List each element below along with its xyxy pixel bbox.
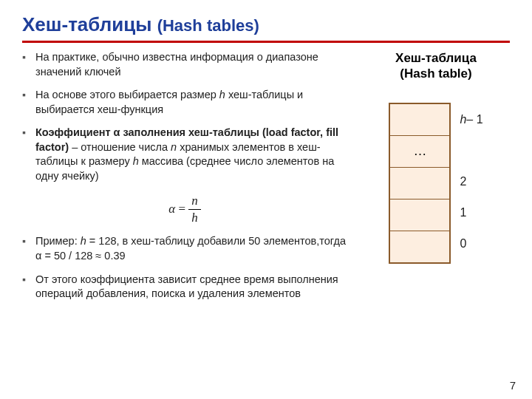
bullet-3-h2: h [133,155,139,167]
hashtable-cells: … [389,103,451,264]
ht-label-blank [460,135,482,166]
ht-cell-0 [390,231,449,262]
bullet-3-n: n [171,141,177,153]
title-main: Хеш-таблицы [22,13,157,35]
formula-den: h [188,210,201,227]
ht-label-1-text: 1 [460,206,466,219]
formula-fraction: nh [188,193,201,228]
bullet-4: Пример: h = 128, в хеш-таблицу добавили … [22,234,347,263]
title-rule [22,41,510,43]
content-area: На практике, обычно известна информация … [22,50,510,310]
ht-cell-1 [390,199,449,231]
ht-label-0-text: 0 [460,237,466,250]
hashtable-labels: h – 1 2 1 0 [451,103,482,259]
formula-num: n [188,193,201,211]
ht-label-h: h [460,113,466,126]
bullet-2: На основе этого выбирается размер h хеш-… [22,88,347,117]
bullet-3-alpha: α [114,126,120,138]
ht-label-2-text: 2 [460,175,466,188]
bullet-2-a: На основе этого выбирается размер [35,89,219,100]
bullet-1-text: На практике, обычно известна информация … [35,51,318,78]
title-sub: (Hash tables) [157,16,259,35]
ht-label-2: 2 [460,166,482,197]
right-title-2: (Hash table) [400,66,471,81]
right-title: Хеш-таблица (Hash table) [362,50,510,82]
right-title-1: Хеш-таблица [395,51,477,65]
bullet-3-rest-a: – отношение числа [69,141,171,153]
ht-cell-ellipsis: … [390,135,449,167]
ht-cell-top [390,104,449,135]
ht-label-hminus1: h – 1 [460,103,482,135]
bullet-3-bold-a: Коэффициент [35,126,114,138]
hashtable-diagram: … h – 1 2 1 0 [362,103,510,264]
ht-label-minus1: – 1 [466,113,482,126]
bullet-list-column: На практике, обычно известна информация … [22,50,347,310]
bullet-3: Коэффициент α заполнения хеш-таблицы (lo… [22,126,347,183]
page-title: Хеш-таблицы (Hash tables) [22,13,510,36]
bullet-4-b: = 128, в хеш-таблицу добавили 50 элемент… [86,235,346,247]
right-column: Хеш-таблица (Hash table) … h – 1 2 1 0 [347,50,510,264]
formula: α = nh [22,193,347,228]
ht-label-0: 0 [460,228,482,259]
bullet-4-h: h [81,235,86,247]
page-number: 7 [510,379,516,392]
bullet-4-a: Пример: [35,235,81,247]
ht-cell-2 [390,167,449,199]
ht-ellipsis: … [413,143,426,159]
bullet-2-h: h [219,89,225,100]
bullet-5-text: От этого коэффициента зависит среднее вр… [35,273,338,300]
formula-eq: = [175,202,188,216]
bullet-1: На практике, обычно известна информация … [22,50,347,79]
bullet-5: От этого коэффициента зависит среднее вр… [22,273,347,301]
ht-label-1: 1 [460,197,482,228]
bullet-4-c: = 50 / 128 ≈ 0.39 [41,250,125,262]
formula-lhs: α [168,202,175,216]
